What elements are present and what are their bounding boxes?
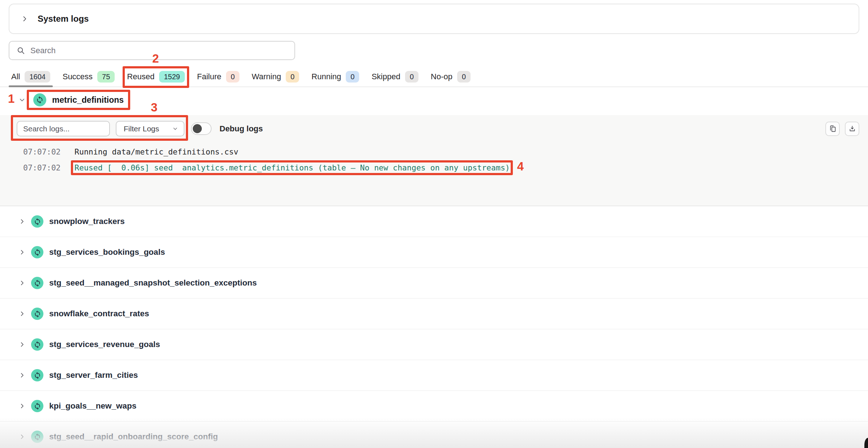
model-row-stg_seed__managed_snapshot_selection_exceptions[interactable]: stg_seed__managed_snapshot_selection_exc… [0, 268, 868, 299]
tab-label: Skipped [371, 72, 400, 81]
sync-icon [33, 93, 46, 106]
tab-count-badge: 75 [97, 71, 115, 83]
model-row-stg_server_farm_cities[interactable]: stg_server_farm_cities [0, 360, 868, 391]
model-row-name: stg_seed__rapid_onboarding_score_config [49, 432, 218, 441]
log-line: 07:07:02 Reused [ 0.06s] seed analytics.… [0, 160, 868, 176]
tab-failure[interactable]: Failure 0 [197, 67, 239, 86]
search-icon [17, 46, 25, 55]
page-title: System logs [38, 14, 89, 24]
search-bar [9, 41, 295, 60]
chevron-right-icon [19, 310, 25, 317]
chevron-right-icon [19, 434, 25, 440]
tab-count-badge: 0 [286, 71, 299, 83]
sync-icon [31, 369, 43, 381]
model-row-stg_services_bookings_goals[interactable]: stg_services_bookings_goals [0, 237, 868, 268]
log-panel: Filter Logs Debug logs 07:07:02 Running … [0, 115, 868, 206]
model-row-name: stg_seed__managed_snapshot_selection_exc… [49, 278, 257, 288]
chevron-down-icon [19, 97, 25, 103]
chevron-right-icon [19, 218, 25, 225]
sync-icon [31, 308, 43, 320]
toggle-knob [193, 124, 202, 133]
tab-skipped[interactable]: Skipped 0 [371, 67, 418, 86]
chevron-right-icon [19, 403, 25, 409]
sync-icon [31, 246, 43, 258]
copy-icon [829, 125, 837, 132]
tab-label: Reused [127, 72, 154, 81]
tab-label: Success [63, 72, 93, 81]
tab-label: Failure [197, 72, 221, 81]
system-logs-header[interactable]: System logs [9, 4, 859, 34]
filter-logs-dropdown[interactable]: Filter Logs [116, 121, 184, 136]
debug-logs-label: Debug logs [220, 124, 263, 134]
tab-count-badge: 0 [405, 71, 418, 83]
model-row-name: stg_services_bookings_goals [49, 248, 165, 257]
tab-running[interactable]: Running 0 [311, 67, 359, 86]
chevron-right-icon [19, 372, 25, 379]
model-row-name: stg_services_revenue_goals [49, 340, 160, 349]
model-row-snowflake_contract_rates[interactable]: snowflake_contract_rates [0, 299, 868, 329]
tab-label: Warning [252, 72, 281, 81]
download-logs-button[interactable] [845, 122, 859, 136]
chevron-right-icon [19, 341, 25, 348]
filter-logs-label: Filter Logs [124, 124, 159, 133]
sync-icon [31, 215, 43, 228]
sync-icon [31, 277, 43, 289]
tab-bar: All 1604 Success 75 Reused 1529 Failure … [0, 67, 868, 87]
sync-icon [31, 400, 43, 412]
model-row-name: snowflake_contract_rates [49, 309, 149, 318]
download-icon [848, 125, 856, 132]
tab-count-badge: 1529 [159, 71, 185, 83]
log-lines: 07:07:02 Running data/metric_definitions… [0, 144, 868, 176]
tab-count-badge: 1604 [25, 71, 50, 83]
sync-icon [31, 338, 43, 351]
tab-warning[interactable]: Warning 0 [252, 67, 299, 86]
active-tab-underline [9, 85, 53, 87]
log-message: Running data/metric_definitions.csv [75, 147, 238, 156]
tab-success[interactable]: Success 75 [63, 67, 115, 86]
tab-all[interactable]: All 1604 [11, 67, 50, 86]
search-logs-input[interactable] [17, 121, 110, 136]
expanded-row-name: metric_definitions [52, 95, 124, 105]
tab-count-badge: 0 [226, 71, 239, 83]
model-row-name: kpi_goals__new_waps [49, 401, 136, 411]
log-message: Reused [ 0.06s] seed analytics.metric_de… [75, 163, 510, 172]
chevron-right-icon [19, 249, 25, 255]
model-row-name: snowplow_trackers [49, 217, 125, 226]
search-input[interactable] [30, 42, 287, 59]
expanded-row-main: metric_definitions [30, 91, 127, 109]
model-row-snowplow_trackers[interactable]: snowplow_trackers [0, 206, 868, 237]
model-row-list: snowplow_trackers stg_services_bookings_… [0, 206, 868, 448]
tab-label: Running [311, 72, 341, 81]
log-controls: Filter Logs Debug logs [0, 115, 868, 136]
log-panel-actions [825, 122, 859, 136]
log-line: 07:07:02 Running data/metric_definitions… [0, 144, 868, 160]
tab-reused[interactable]: Reused 1529 [127, 67, 184, 86]
tab-label: All [11, 72, 20, 81]
tab-no-op[interactable]: No-op 0 [431, 67, 471, 86]
sync-icon [31, 431, 43, 443]
tab-count-badge: 0 [457, 71, 471, 83]
model-row-kpi_goals__new_waps[interactable]: kpi_goals__new_waps [0, 391, 868, 422]
expanded-row-metric-definitions[interactable]: metric_definitions [0, 87, 868, 113]
chevron-right-icon [21, 15, 28, 22]
model-row-name: stg_server_farm_cities [49, 371, 138, 380]
tab-count-badge: 0 [346, 71, 359, 83]
model-row-stg_seed__rapid_onboarding_score_config[interactable]: stg_seed__rapid_onboarding_score_config [0, 422, 868, 448]
copy-logs-button[interactable] [825, 122, 840, 136]
tab-label: No-op [431, 72, 452, 81]
log-controls-left: Filter Logs [17, 121, 184, 136]
log-timestamp: 07:07:02 [23, 147, 75, 156]
chevron-right-icon [19, 280, 25, 286]
model-row-stg_services_revenue_goals[interactable]: stg_services_revenue_goals [0, 329, 868, 360]
debug-logs-toggle[interactable] [191, 122, 212, 135]
log-timestamp: 07:07:02 [23, 163, 75, 172]
chevron-down-icon [173, 126, 178, 131]
